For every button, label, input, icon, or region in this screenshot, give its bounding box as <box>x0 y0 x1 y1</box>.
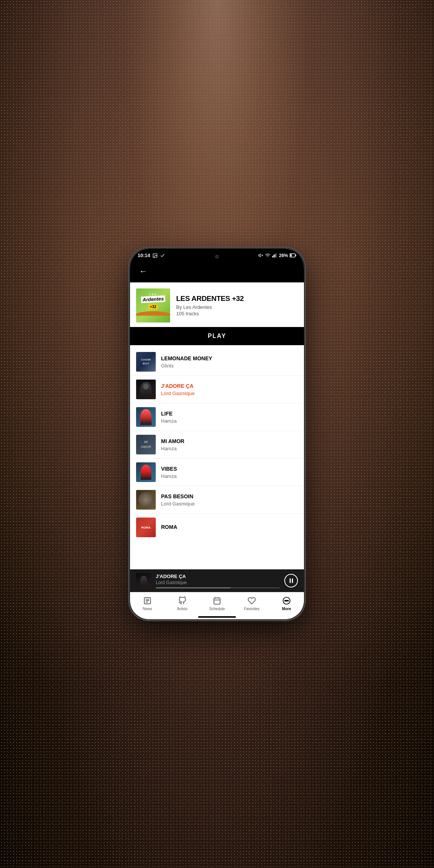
wifi-icon <box>265 253 271 258</box>
artists-icon <box>178 596 187 605</box>
battery-icon <box>290 253 296 257</box>
track-item[interactable]: J'ADORE ÇA Lord Gasmique <box>130 376 304 403</box>
status-bar: 10:14 26% <box>130 249 304 260</box>
track-artist: Lord Gasmique <box>161 391 298 396</box>
more-icon <box>282 596 291 605</box>
pause-icon <box>290 578 293 583</box>
progress-fill <box>156 587 230 588</box>
svg-rect-4 <box>272 256 273 257</box>
svg-point-21 <box>286 600 287 601</box>
home-indicator <box>130 614 304 619</box>
back-button[interactable]: ← <box>136 265 150 278</box>
track-info: J'ADORE ÇA Lord Gasmique <box>161 383 298 396</box>
svg-point-20 <box>285 600 286 601</box>
track-item[interactable]: LIFE Hamza <box>130 403 304 431</box>
svg-rect-15 <box>214 598 220 604</box>
track-info: LEMONADE MONEY Glints <box>161 355 298 368</box>
track-artwork: ROMA <box>136 518 156 537</box>
track-artwork <box>136 490 156 510</box>
track-info: ROMA <box>161 524 298 531</box>
track-name: ROMA <box>161 524 298 530</box>
news-icon <box>143 596 152 605</box>
now-playing-bar: J'ADORE ÇA Lord Gasmique <box>130 569 304 592</box>
track-name: VIBES <box>161 465 298 472</box>
track-item[interactable]: VIBES Hamza <box>130 459 304 486</box>
track-info: LIFE Hamza <box>161 410 298 423</box>
now-playing-info: J'ADORE ÇA Lord Gasmique <box>156 574 280 588</box>
nav-label-artists: Artists <box>177 607 188 611</box>
track-info: VIBES Hamza <box>161 465 298 479</box>
playlist-info: LES ARDENTES +32 By Les Ardentes 105 tra… <box>176 294 298 317</box>
playlist-title: LES ARDENTES +32 <box>176 294 298 303</box>
main-content: Les Ardentes +32 LES ARDENTES +32 By Les… <box>130 282 304 569</box>
phone-screen: 10:14 26% <box>130 249 304 619</box>
svg-rect-6 <box>274 254 275 257</box>
nav-label-more: More <box>282 607 291 611</box>
nav-label-schedule: Schedule <box>209 607 225 611</box>
track-artist: Glints <box>161 363 298 369</box>
pause-button[interactable] <box>284 574 298 587</box>
nav-label-news: News <box>143 607 152 611</box>
now-playing-artwork <box>136 573 151 588</box>
check-icon <box>160 253 165 258</box>
track-artist: Hamza <box>161 446 298 451</box>
nav-item-favorites[interactable]: Favorites <box>234 592 269 614</box>
mute-icon <box>258 253 263 258</box>
track-name: J'ADORE ÇA <box>161 383 298 389</box>
track-name: LEMONADE MONEY <box>161 355 298 362</box>
status-time: 10:14 <box>138 253 150 258</box>
svg-rect-10 <box>290 254 292 257</box>
photo-icon <box>152 253 158 258</box>
track-list: CHOIRBOY LEMONADE MONEY Glints <box>130 348 304 541</box>
track-artwork: CHOIRBOY <box>136 352 156 372</box>
now-playing-artist: Lord Gasmique <box>156 580 280 585</box>
now-playing-title: J'ADORE ÇA <box>156 574 280 579</box>
nav-label-favorites: Favorites <box>244 607 259 611</box>
svg-point-1 <box>154 254 155 255</box>
playlist-by: By Les Ardentes <box>176 304 298 310</box>
camera-notch <box>211 251 223 262</box>
home-bar <box>198 616 236 618</box>
track-artwork <box>136 380 156 399</box>
signal-icon <box>272 253 277 258</box>
bottom-navigation: News Artists <box>130 592 304 614</box>
nav-item-artists[interactable]: Artists <box>165 592 200 614</box>
track-artwork <box>136 407 156 427</box>
track-artwork <box>136 462 156 482</box>
track-item[interactable]: ROMA ROMA <box>130 514 304 541</box>
track-artist: Hamza <box>161 418 298 424</box>
track-name: PAS BESOIN <box>161 493 298 500</box>
status-right: 26% <box>258 253 296 258</box>
nav-item-schedule[interactable]: Schedule <box>200 592 234 614</box>
top-navigation: ← <box>130 260 304 282</box>
track-name: MI AMOR <box>161 438 298 445</box>
favorites-icon <box>247 596 256 605</box>
track-artist: Hamza <box>161 473 298 479</box>
svg-point-22 <box>287 600 288 601</box>
status-left: 10:14 <box>138 253 165 258</box>
schedule-icon <box>212 596 222 605</box>
play-button[interactable]: PLAY <box>130 327 304 345</box>
track-item[interactable]: MIAMOR MI AMOR Hamza <box>130 431 304 459</box>
pause-bar-left <box>290 578 291 583</box>
playlist-header: Les Ardentes +32 LES ARDENTES +32 By Les… <box>130 282 304 327</box>
track-item[interactable]: CHOIRBOY LEMONADE MONEY Glints <box>130 348 304 376</box>
svg-rect-5 <box>273 255 274 257</box>
phone-frame: 10:14 26% <box>130 249 304 619</box>
track-artist: Lord Gasmique <box>161 501 298 507</box>
track-info: PAS BESOIN Lord Gasmique <box>161 493 298 506</box>
track-artwork: MIAMOR <box>136 435 156 454</box>
playlist-artwork: Les Ardentes +32 <box>136 288 170 322</box>
playlist-tracks: 105 tracks <box>176 311 298 316</box>
svg-rect-7 <box>276 253 276 257</box>
track-name: LIFE <box>161 410 298 417</box>
front-camera <box>215 255 219 259</box>
pause-bar-right <box>292 578 293 583</box>
nav-item-news[interactable]: News <box>130 592 165 614</box>
track-item[interactable]: PAS BESOIN Lord Gasmique <box>130 486 304 514</box>
battery-level: 26% <box>279 253 288 258</box>
track-info: MI AMOR Hamza <box>161 438 298 451</box>
now-playing-progress <box>156 587 280 588</box>
svg-rect-9 <box>296 255 296 256</box>
nav-item-more[interactable]: More <box>269 592 304 614</box>
